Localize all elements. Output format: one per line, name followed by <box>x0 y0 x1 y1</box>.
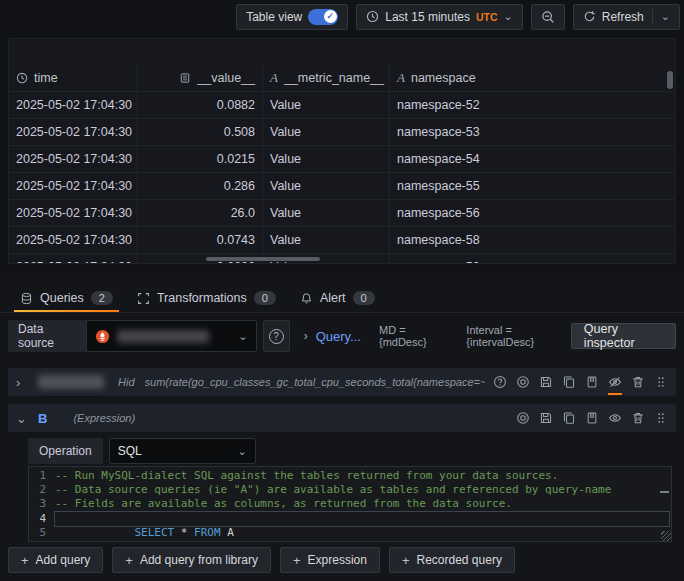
cell-time: 2025-05-02 17:04:30 <box>9 253 138 264</box>
sql-code-editor[interactable]: 1 -- Run MySQL-dialect SQL against the t… <box>28 466 672 542</box>
button-label: Add query <box>36 553 91 567</box>
query-editor-pane: Queries 2 Transformations 0 Alert 0 Data… <box>0 272 684 581</box>
divider <box>652 9 653 25</box>
refresh-button-group[interactable]: Refresh ⌄ <box>573 4 680 30</box>
copy-icon[interactable] <box>562 411 576 425</box>
cell-value: 0.286 <box>138 172 263 199</box>
tab-alert[interactable]: Alert 0 <box>288 284 387 312</box>
cell-namespace: namespace-53 <box>390 118 675 145</box>
table-row[interactable]: 2025-05-02 17:04:30 26.0 Value namespace… <box>9 199 675 226</box>
table-row[interactable]: 2025-05-02 17:04:30 0.286 Value namespac… <box>9 172 675 199</box>
horizontal-scrollbar[interactable] <box>206 257 320 261</box>
drag-handle-icon[interactable] <box>654 375 668 389</box>
overview-ruler-mark <box>660 491 669 493</box>
vertical-scrollbar[interactable] <box>667 71 673 89</box>
toggle-check-icon: ✓ <box>324 10 337 23</box>
sql-comment: -- Data source queries (ie "A") are avai… <box>55 483 671 497</box>
help-icon[interactable] <box>493 375 507 389</box>
cell-value: 0.508 <box>138 118 263 145</box>
eye-icon[interactable] <box>608 411 622 425</box>
editor-resize-handle[interactable] <box>661 531 671 541</box>
add-query-from-library-button[interactable]: + Add query from library <box>112 547 271 573</box>
cell-value: 26.0 <box>138 199 263 226</box>
query-breadcrumb-link[interactable]: Query... <box>316 329 361 344</box>
datasource-help-button[interactable]: ? <box>263 320 290 352</box>
query-inspector-button[interactable]: Query inspector <box>571 323 676 349</box>
record-icon[interactable] <box>516 411 530 425</box>
plus-icon: + <box>125 553 133 568</box>
chevron-down-icon: ⌄ <box>238 330 247 343</box>
cell-namespace: namespace-59 <box>390 253 675 264</box>
button-label: Recorded query <box>417 553 502 567</box>
code-line: 2 -- Data source queries (ie "A") are av… <box>29 483 671 497</box>
column-label: __metric_name__ <box>284 71 384 85</box>
table-view-toggle-group[interactable]: Table view ✓ <box>236 4 348 30</box>
refresh-label: Refresh <box>602 10 644 24</box>
save-icon[interactable] <box>539 411 553 425</box>
save-icon[interactable] <box>539 375 553 389</box>
datasource-label: Data source <box>8 320 86 352</box>
cell-time: 2025-05-02 17:04:30 <box>9 199 138 226</box>
record-icon[interactable] <box>516 375 530 389</box>
add-expression-button[interactable]: + Expression <box>280 547 380 573</box>
column-header-value[interactable]: __value__ <box>138 65 263 91</box>
cell-value: 0.0743 <box>138 226 263 253</box>
line-number: 4 <box>29 512 55 526</box>
panel-editor: Table view ✓ Last 15 minutes UTC ⌄ Refre… <box>0 0 684 581</box>
zoom-out-button[interactable] <box>531 4 565 30</box>
expand-chevron-icon[interactable]: › <box>16 375 38 390</box>
operation-select[interactable]: SQL ⌄ <box>109 438 256 464</box>
table-row[interactable]: 2025-05-02 17:04:30 0.0882 Value namespa… <box>9 91 675 118</box>
prometheus-icon <box>95 329 110 344</box>
expression-operation-row: Operation SQL ⌄ <box>28 438 256 464</box>
cell-value: 0.0215 <box>138 145 263 172</box>
copy-icon[interactable] <box>562 375 576 389</box>
clipped-table-row: 2025-05-02 17:04:30 0.0806 Value namespa… <box>9 253 675 264</box>
datasource-picker[interactable]: ⌄ <box>86 320 257 352</box>
trash-icon[interactable] <box>631 411 645 425</box>
query-a-actions <box>493 375 668 389</box>
query-b-actions <box>516 411 668 425</box>
trash-icon[interactable] <box>631 375 645 389</box>
drag-handle-icon[interactable] <box>654 411 668 425</box>
sql-comment: -- Fields are available as columns, as r… <box>55 497 671 511</box>
plus-icon: + <box>21 553 29 568</box>
eye-slash-icon[interactable] <box>608 375 622 389</box>
refresh-interval-chevron-icon[interactable]: ⌄ <box>661 10 670 23</box>
data-table: time __value__ A __metric_name__ A names… <box>9 65 675 264</box>
column-header-namespace[interactable]: A namespace <box>390 65 675 91</box>
table-view-toggle[interactable]: ✓ <box>308 9 338 25</box>
query-hidden-label: Hid <box>118 376 135 388</box>
tab-transformations[interactable]: Transformations 0 <box>125 284 288 312</box>
tab-queries[interactable]: Queries 2 <box>8 284 125 312</box>
add-recorded-query-button[interactable]: + Recorded query <box>389 547 515 573</box>
string-column-icon: A <box>270 70 278 86</box>
code-line: 1 -- Run MySQL-dialect SQL against the t… <box>29 469 671 483</box>
cell-namespace: namespace-54 <box>390 145 675 172</box>
time-range-label: Last 15 minutes <box>385 10 470 24</box>
add-query-button[interactable]: + Add query <box>8 547 103 573</box>
clipboard-icon[interactable] <box>585 375 599 389</box>
cell-namespace: namespace-55 <box>390 172 675 199</box>
cell-time: 2025-05-02 17:04:30 <box>9 91 138 118</box>
code-line: 3 -- Fields are available as columns, as… <box>29 497 671 511</box>
collapse-chevron-icon[interactable]: ⌄ <box>16 411 38 426</box>
button-label: Expression <box>308 553 367 567</box>
query-row-a: › Hid sum(rate(go_cpu_classes_gc_total_c… <box>8 368 676 396</box>
table-row[interactable]: 2025-05-02 17:04:30 0.0215 Value namespa… <box>9 145 675 172</box>
cell-namespace: namespace-56 <box>390 199 675 226</box>
editor-tabs: Queries 2 Transformations 0 Alert 0 <box>0 284 684 313</box>
query-ref-name[interactable]: B <box>38 411 47 426</box>
datasource-name-redacted <box>117 330 209 343</box>
table-row[interactable]: 2025-05-02 17:04:30 0.508 Value namespac… <box>9 118 675 145</box>
bell-icon <box>300 292 313 305</box>
clipboard-icon[interactable] <box>585 411 599 425</box>
line-number: 1 <box>29 469 55 483</box>
database-icon <box>20 292 33 305</box>
time-range-picker[interactable]: Last 15 minutes UTC ⌄ <box>356 4 523 30</box>
column-header-metric-name[interactable]: A __metric_name__ <box>263 65 390 91</box>
cell-value: 0.0882 <box>138 91 263 118</box>
cell-metric: Value <box>263 226 390 253</box>
table-row[interactable]: 2025-05-02 17:04:30 0.0743 Value namespa… <box>9 226 675 253</box>
column-header-time[interactable]: time <box>9 65 138 91</box>
